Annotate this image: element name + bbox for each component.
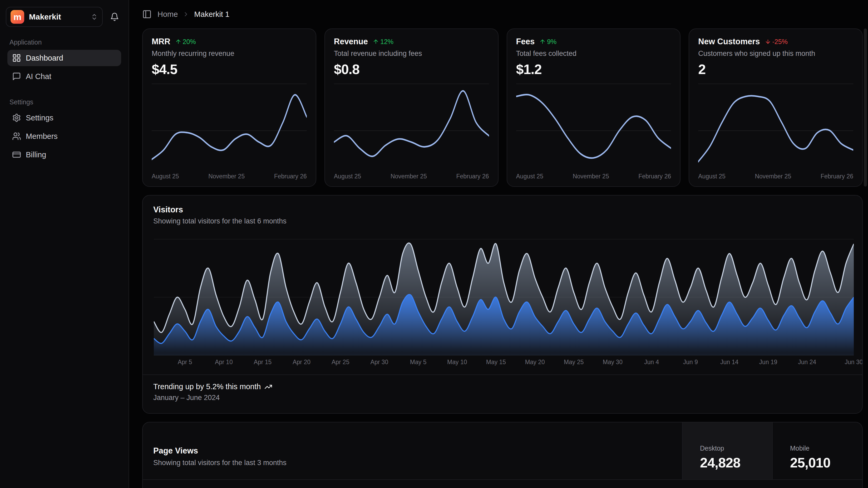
stat-card-revenue: Revenue 12% Total revenue including fees…	[324, 28, 498, 187]
sidebar-item-ai-chat[interactable]: AI Chat	[7, 68, 121, 85]
sparkline-chart	[152, 84, 307, 169]
dashboard-grid-icon	[12, 54, 21, 62]
sparkline-x-labels: August 25November 25February 26	[334, 173, 489, 180]
sidebar-item-billing[interactable]: Billing	[7, 146, 121, 163]
sparkline-chart	[334, 84, 489, 169]
users-icon	[12, 132, 21, 141]
stat-value: $1.2	[516, 61, 671, 77]
chat-icon	[12, 72, 21, 81]
stat-title: Fees	[516, 37, 535, 47]
visitors-subtitle: Showing total visitors for the last 6 mo…	[153, 217, 852, 225]
toggle-value: 25,010	[790, 455, 862, 470]
visitors-title: Visitors	[153, 205, 852, 214]
sidebar-item-label: Dashboard	[26, 54, 63, 62]
sparkline-x-labels: August 25November 25February 26	[152, 173, 307, 180]
makerkit-logo: m	[10, 10, 24, 24]
panel-left-icon	[142, 9, 152, 19]
stat-card-fees: Fees 9% Total fees collected $1.2 August…	[507, 28, 681, 187]
chevrons-up-down-icon	[91, 13, 98, 21]
visitors-footer: Trending up by 5.2% this month January –…	[143, 374, 862, 409]
date-range-text: January – June 2024	[153, 394, 852, 402]
breadcrumb: Home Makerkit 1	[157, 10, 229, 19]
stat-card-mrr: MRR 20% Monthly recurring revenue $4.5 A…	[142, 28, 316, 187]
sidebar-item-members[interactable]: Members	[7, 128, 121, 144]
sidebar-item-label: Settings	[26, 114, 54, 122]
stat-title: MRR	[152, 37, 170, 47]
page-views-card: Page Views Showing total visitors for th…	[142, 422, 863, 488]
workspace-name: Makerkit	[29, 12, 61, 21]
scrollbar-thumb[interactable]	[864, 28, 867, 186]
stat-change-badge: -25%	[765, 38, 788, 46]
notifications-button[interactable]	[106, 9, 123, 25]
bell-icon	[110, 12, 119, 21]
sidebar-item-label: AI Chat	[26, 72, 51, 81]
arrow-up-icon	[175, 38, 181, 45]
stat-value: $4.5	[152, 61, 307, 77]
sidebar: m Makerkit Application Dashboard	[0, 0, 129, 488]
visitors-chart	[154, 239, 854, 355]
topbar: Home Makerkit 1	[129, 0, 868, 28]
arrow-up-icon	[539, 38, 546, 45]
stat-title: New Customers	[698, 37, 760, 47]
stat-subtitle: Monthly recurring revenue	[152, 50, 307, 58]
visitors-card: Visitors Showing total visitors for the …	[142, 195, 863, 414]
sidebar-item-label: Billing	[26, 150, 46, 159]
stat-change-badge: 20%	[175, 38, 196, 46]
chevron-right-icon	[183, 11, 189, 18]
arrow-down-icon	[765, 38, 771, 45]
page-views-toggle-desktop[interactable]: Desktop 24,828	[682, 422, 772, 479]
section-label-application: Application	[9, 38, 119, 46]
arrow-up-icon	[373, 38, 379, 45]
stat-cards-row: MRR 20% Monthly recurring revenue $4.5 A…	[142, 28, 863, 187]
stat-subtitle: Customers who signed up this month	[698, 50, 853, 58]
sparkline-x-labels: August 25November 25February 26	[698, 173, 853, 180]
workspace-switcher[interactable]: m Makerkit	[6, 7, 103, 27]
workspace-row: m Makerkit	[6, 7, 123, 27]
credit-card-icon	[12, 150, 21, 159]
sidebar-item-settings[interactable]: Settings	[7, 110, 121, 126]
stat-card-new-customers: New Customers -25% Customers who signed …	[689, 28, 863, 187]
visitors-x-ticks: Apr 5Apr 10Apr 15Apr 20Apr 25Apr 30May 5…	[154, 358, 854, 368]
toggle-value: 24,828	[700, 455, 772, 470]
trending-up-icon	[265, 383, 272, 391]
sparkline-chart	[516, 84, 671, 169]
stat-change-badge: 12%	[373, 38, 394, 46]
toggle-label: Desktop	[700, 444, 772, 452]
sparkline-chart	[698, 84, 853, 169]
page-views-subtitle: Showing total visitors for the last 3 mo…	[153, 459, 682, 467]
main-area: Home Makerkit 1 MRR 20%	[129, 0, 868, 488]
section-label-settings: Settings	[9, 98, 119, 106]
sidebar-item-dashboard[interactable]: Dashboard	[7, 50, 121, 66]
toggle-label: Mobile	[790, 444, 862, 452]
sparkline-x-labels: August 25November 25February 26	[516, 173, 671, 180]
stat-value: 2	[698, 61, 853, 77]
stat-subtitle: Total fees collected	[516, 50, 671, 58]
breadcrumb-home[interactable]: Home	[157, 10, 178, 19]
breadcrumb-current: Makerkit 1	[194, 10, 229, 19]
stat-title: Revenue	[334, 37, 368, 47]
sidebar-toggle-button[interactable]	[142, 9, 152, 19]
app-root: m Makerkit Application Dashboard	[0, 0, 868, 488]
page-views-title: Page Views	[153, 446, 682, 456]
stat-change-badge: 9%	[539, 38, 556, 46]
sidebar-item-label: Members	[26, 132, 58, 141]
trending-text: Trending up by 5.2% this month	[153, 382, 261, 391]
stat-subtitle: Total revenue including fees	[334, 50, 489, 58]
page-views-toggle-mobile[interactable]: Mobile 25,010	[772, 422, 862, 479]
dashboard-content: MRR 20% Monthly recurring revenue $4.5 A…	[129, 28, 868, 488]
page-views-header: Page Views Showing total visitors for th…	[143, 422, 862, 480]
stat-value: $0.8	[334, 61, 489, 77]
gear-icon	[12, 113, 21, 122]
